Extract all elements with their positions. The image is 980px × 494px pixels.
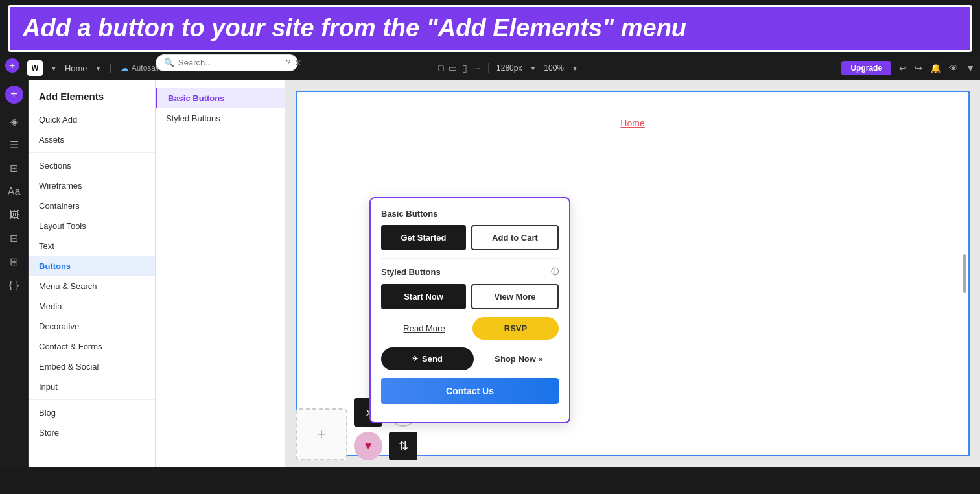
shapes-icon[interactable]: ◈ bbox=[4, 112, 25, 132]
topbar: + W ▼ Home ▼ | ☁ Autosave on □ ▭ ▯ ··· 1… bbox=[0, 57, 980, 80]
heart-button[interactable]: ♥ bbox=[354, 432, 382, 460]
preview-icon[interactable]: 👁 bbox=[949, 63, 958, 73]
sidebar-item-layout-tools[interactable]: Layout Tools bbox=[29, 216, 155, 236]
get-started-button[interactable]: Get Started bbox=[381, 225, 466, 250]
add-icon-button[interactable]: + bbox=[5, 86, 23, 104]
sidebar-item-menu-search[interactable]: Menu & Search bbox=[29, 276, 155, 296]
styled-buttons-row-1: Start Now View More bbox=[381, 284, 559, 309]
buttons-popup: Basic Buttons Get Started Add to Cart St… bbox=[369, 197, 570, 423]
desktop-icon[interactable]: □ bbox=[438, 63, 443, 73]
cloud-icon: ☁ bbox=[120, 63, 129, 73]
pages-icon[interactable]: ☰ bbox=[4, 135, 25, 156]
canvas-home-link[interactable]: Home bbox=[620, 118, 644, 128]
tablet-icon[interactable]: ▭ bbox=[449, 63, 457, 73]
sidebar-item-quick-add[interactable]: Quick Add bbox=[29, 110, 155, 130]
search-container: 🔍 ? ✕ bbox=[156, 54, 298, 71]
sidebar-item-embed-social[interactable]: Embed & Social bbox=[29, 357, 155, 377]
add-to-cart-button[interactable]: Add to Cart bbox=[471, 225, 559, 250]
submenu-styled-buttons[interactable]: Styled Buttons bbox=[156, 108, 285, 128]
styled-buttons-row-2: Read More RSVP bbox=[381, 317, 559, 340]
sidebar-item-wireframes[interactable]: Wireframes bbox=[29, 176, 155, 196]
sidebar-item-contact-forms[interactable]: Contact & Forms bbox=[29, 336, 155, 357]
components-icon[interactable]: ⊟ bbox=[4, 228, 25, 249]
sidebar-title: Add Elements bbox=[29, 88, 155, 110]
layers-icon[interactable]: ⊞ bbox=[4, 158, 25, 179]
sort-button[interactable]: ⇅ bbox=[389, 432, 417, 460]
send-button[interactable]: ✈ Send bbox=[381, 347, 474, 370]
contact-us-button[interactable]: Contact Us bbox=[381, 378, 559, 404]
styled-buttons-row-4: Contact Us bbox=[381, 378, 559, 404]
sidebar-item-containers[interactable]: Containers bbox=[29, 196, 155, 216]
basic-buttons-title: Basic Buttons bbox=[381, 209, 559, 218]
basic-buttons-row: Get Started Add to Cart bbox=[381, 225, 559, 250]
banner-text: Add a button to your site from the "Add … bbox=[23, 14, 686, 41]
notification-icon[interactable]: 🔔 bbox=[930, 63, 941, 73]
add-elements-button[interactable]: + bbox=[5, 58, 19, 73]
icon-bar: + ◈ ☰ ⊞ Aa 🖼 ⊟ ⊞ { } bbox=[0, 80, 29, 467]
send-plane-icon: ✈ bbox=[412, 355, 418, 363]
table-icon[interactable]: ⊞ bbox=[4, 252, 25, 272]
help-icon[interactable]: ? bbox=[286, 58, 290, 67]
sidebar: Add Elements Quick Add Assets Sections W… bbox=[29, 80, 156, 467]
info-icon[interactable]: ⓘ bbox=[551, 266, 559, 277]
home-chevron-icon: ▼ bbox=[95, 65, 102, 72]
styled-buttons-title: Styled Buttons ⓘ bbox=[381, 266, 559, 277]
resolution-chevron-icon: ▼ bbox=[530, 65, 536, 72]
site-home-label[interactable]: Home bbox=[65, 64, 88, 73]
sidebar-item-blog[interactable]: Blog bbox=[29, 403, 155, 423]
mobile-icon[interactable]: ▯ bbox=[462, 63, 467, 73]
topbar-right: Upgrade ↩ ↪ 🔔 👁 ▼ bbox=[841, 61, 975, 75]
shop-now-button[interactable]: Shop Now » bbox=[479, 347, 559, 370]
sidebar-item-sections[interactable]: Sections bbox=[29, 156, 155, 176]
add-empty-button[interactable]: + bbox=[296, 408, 347, 460]
undo-icon[interactable]: ↩ bbox=[899, 63, 907, 73]
submenu-basic-buttons[interactable]: Basic Buttons bbox=[156, 88, 285, 108]
read-more-button[interactable]: Read More bbox=[381, 317, 467, 340]
sidebar-item-store[interactable]: Store bbox=[29, 423, 155, 443]
device-icons: □ ▭ ▯ ··· bbox=[438, 63, 480, 73]
sidebar-item-input[interactable]: Input bbox=[29, 377, 155, 397]
canvas-scrollbar[interactable] bbox=[963, 254, 966, 293]
upgrade-button[interactable]: Upgrade bbox=[841, 61, 891, 75]
topbar-divider bbox=[488, 63, 489, 73]
sidebar-item-decorative[interactable]: Decorative bbox=[29, 316, 155, 336]
image-icon[interactable]: 🖼 bbox=[4, 205, 25, 226]
search-input[interactable] bbox=[178, 58, 282, 67]
sidebar-item-media[interactable]: Media bbox=[29, 296, 155, 316]
search-bar[interactable]: 🔍 ? ✕ bbox=[156, 54, 298, 71]
styled-buttons-row-3: ✈ Send Shop Now » bbox=[381, 347, 559, 370]
close-search-icon[interactable]: ✕ bbox=[294, 58, 302, 68]
popup-separator bbox=[381, 258, 559, 259]
sidebar-item-text[interactable]: Text bbox=[29, 236, 155, 256]
tutorial-banner: Add a button to your site from the "Add … bbox=[8, 5, 972, 52]
more-icon[interactable]: ··· bbox=[472, 63, 480, 73]
zoom-display[interactable]: 100% bbox=[544, 64, 564, 73]
start-now-button[interactable]: Start Now bbox=[381, 284, 466, 309]
resolution-display[interactable]: 1280px bbox=[496, 64, 522, 73]
chevron-down-icon[interactable]: ▼ bbox=[966, 63, 975, 73]
site-logo[interactable]: W bbox=[27, 60, 43, 76]
sidebar-item-buttons[interactable]: Buttons bbox=[29, 256, 155, 276]
zoom-chevron-icon: ▼ bbox=[572, 65, 578, 72]
sidebar-item-assets[interactable]: Assets bbox=[29, 130, 155, 150]
rsvp-button[interactable]: RSVP bbox=[472, 317, 559, 340]
view-more-button[interactable]: View More bbox=[471, 284, 559, 309]
logo-chevron-icon: ▼ bbox=[51, 65, 57, 72]
code-icon[interactable]: { } bbox=[4, 275, 25, 296]
typography-icon[interactable]: Aa bbox=[4, 182, 25, 202]
topbar-separator: | bbox=[110, 62, 112, 74]
redo-icon[interactable]: ↪ bbox=[915, 63, 922, 73]
panel-wrapper: 🔍 ? ✕ Basic Buttons Styled Buttons Basic… bbox=[156, 80, 285, 467]
search-icon: 🔍 bbox=[164, 58, 174, 67]
submenu-panel: Basic Buttons Styled Buttons bbox=[156, 80, 285, 467]
